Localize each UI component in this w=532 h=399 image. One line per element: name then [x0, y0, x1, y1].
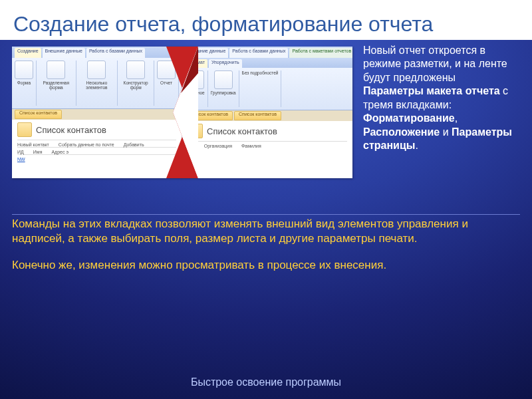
- doc-title-right: Список контактов: [207, 126, 277, 136]
- side-paragraph: Новый отчет откроется в режиме разметки,…: [363, 44, 519, 153]
- form-constructor-icon: [126, 61, 145, 79]
- nw-link: NW: [17, 157, 25, 162]
- doc-area-left: Список контактов Новый контакт Собрать д…: [12, 120, 182, 178]
- ribbon-body-right: Условное Группировка Без подробностей: [183, 68, 352, 110]
- form-icon: [15, 61, 33, 79]
- body-paragraphs: Команды на этих вкладках позволяют измен…: [12, 217, 517, 285]
- tab-external: Внешние данные: [43, 48, 85, 58]
- report-icon: [157, 61, 176, 79]
- doc-tabs-left: Список контактов: [12, 109, 182, 120]
- divider: [12, 214, 520, 215]
- slide-title: Создание отчета, форматирование отчета: [12, 9, 521, 39]
- ribbon-tabs-right-2: Формат Упорядочить: [183, 58, 352, 68]
- doc-tabs-right: Список контактов Список контактов: [183, 110, 352, 121]
- slide: Создание отчета, форматирование отчета С…: [0, 0, 532, 399]
- split-form-icon: [47, 61, 65, 79]
- ribbon-screenshot: Создание Внешние данные Работа с базами …: [12, 47, 352, 178]
- tab-create: Создание: [15, 48, 41, 58]
- ribbon-tabs-right-1: Внешние данные Работа с базами данных Ра…: [183, 47, 352, 58]
- doc-area-right: Список контактов ИД Организация Фамилия: [183, 121, 352, 178]
- doc-title-left: Список контактов: [36, 125, 106, 135]
- conditional-icon: [186, 70, 204, 89]
- ribbon-tabs-left: Создание Внешние данные Работа с базами …: [12, 47, 182, 58]
- contacts-icon: [17, 122, 32, 137]
- footer-text: Быстрое освоение программы: [0, 376, 532, 388]
- screenshot-right: Внешние данные Работа с базами данных Ра…: [183, 47, 352, 178]
- grouping-icon: [214, 70, 233, 89]
- multi-items-icon: [87, 61, 106, 79]
- contacts-icon: [188, 124, 203, 138]
- screenshot-left: Создание Внешние данные Работа с базами …: [12, 47, 182, 178]
- doc-tab: Список контактов: [15, 110, 62, 119]
- body-p2: Конечно же, изменения можно просматриват…: [12, 258, 517, 273]
- tab-dbtools: Работа с базами данных: [86, 48, 145, 58]
- ribbon-body-left: Форма Разделенная форма Несколько элемен…: [12, 58, 182, 109]
- body-p1: Команды на этих вкладках позволяют измен…: [12, 217, 517, 246]
